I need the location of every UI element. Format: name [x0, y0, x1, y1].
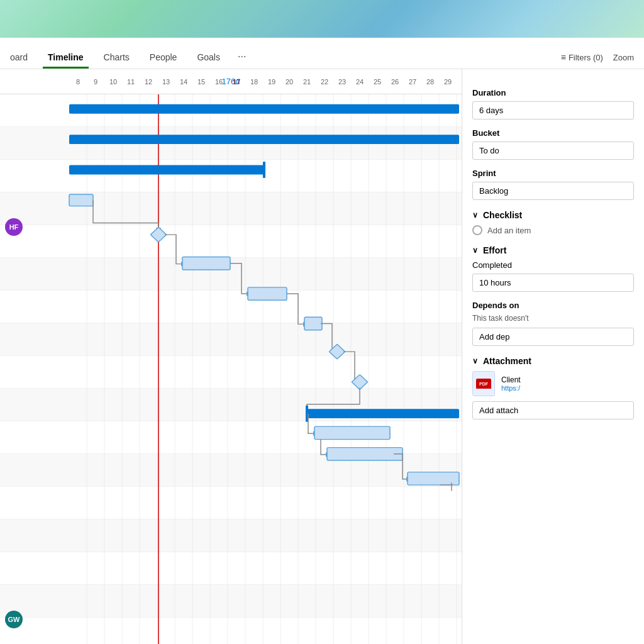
day-26: 26: [386, 78, 404, 86]
tab-people[interactable]: People: [140, 47, 187, 69]
navigation-bar: oard Timeline Charts People Goals ··· ≡ …: [0, 38, 644, 69]
completed-field-label: Completed: [472, 260, 634, 270]
attachments-section-header[interactable]: ∨ Attachment: [472, 356, 634, 366]
filters-button[interactable]: ≡ Filters (0): [561, 52, 603, 62]
gantt-row-12: [0, 454, 462, 487]
bucket-field-label: Bucket: [472, 128, 634, 138]
checklist-section-header[interactable]: ∨ Checklist: [472, 210, 634, 220]
main-area: 176d 8 9 10 11 12 13 14 15 16 17 18 19 2…: [0, 69, 644, 644]
checklist-chevron-icon: ∨: [472, 211, 478, 219]
day-21: 21: [298, 78, 316, 86]
bucket-field-value[interactable]: To do: [472, 142, 634, 160]
duration-field-label: Duration: [472, 88, 634, 97]
attachment-info: Client https:/: [501, 375, 521, 392]
attachment-name: Client: [501, 375, 521, 384]
timeline-header: 176d 8 9 10 11 12 13 14 15 16 17 18 19 2…: [0, 69, 462, 94]
gantt-row-16: [0, 585, 462, 618]
day-9: 9: [87, 78, 104, 86]
day-11: 11: [122, 78, 140, 86]
nav-right-actions: ≡ Filters (0) Zoom: [551, 52, 644, 69]
gantt-row-5: [0, 225, 462, 258]
day-22: 22: [316, 78, 333, 86]
gantt-area: 176d 8 9 10 11 12 13 14 15 16 17 18 19 2…: [0, 69, 462, 644]
gantt-row-4: [0, 192, 462, 225]
add-attachment-button[interactable]: Add attach: [472, 401, 634, 419]
day-12: 12: [140, 78, 157, 86]
attachment-item: PDF Client https:/: [472, 371, 634, 396]
day-23: 23: [333, 78, 351, 86]
gantt-row-2: [0, 127, 462, 160]
day-27: 27: [404, 78, 421, 86]
gantt-row-14: [0, 519, 462, 552]
day-30: 30: [457, 78, 462, 86]
add-dependency-button[interactable]: Add dep: [472, 328, 634, 346]
depends-on-label: Depends on: [472, 301, 634, 310]
effort-chevron-icon: ∨: [472, 246, 478, 255]
checklist-add-label: Add an item: [487, 226, 531, 235]
day-24: 24: [351, 78, 369, 86]
header-background: [0, 0, 644, 38]
day-15: 15: [192, 78, 210, 86]
filter-icon: ≡: [561, 52, 566, 62]
day-18: 18: [245, 78, 263, 86]
gantt-row-10: [0, 389, 462, 421]
day-14: 14: [175, 78, 192, 86]
day-10: 10: [104, 78, 122, 86]
duration-label: 176d: [222, 77, 240, 86]
right-panel: Duration 6 days Bucket To do Sprint Back…: [462, 69, 644, 644]
day-25: 25: [369, 78, 386, 86]
tab-goals[interactable]: Goals: [187, 47, 230, 69]
day-19: 19: [263, 78, 280, 86]
gantt-grid: HF GW: [0, 94, 462, 644]
gantt-row-7: [0, 291, 462, 323]
sprint-field-value[interactable]: Backlog: [472, 182, 634, 200]
duration-field-value[interactable]: 6 days: [472, 101, 634, 119]
day-20: 20: [280, 78, 298, 86]
day-28: 28: [421, 78, 439, 86]
effort-section-header[interactable]: ∨ Effort: [472, 245, 634, 255]
tab-board[interactable]: oard: [0, 47, 38, 69]
pdf-icon: PDF: [472, 371, 495, 396]
day-13: 13: [157, 78, 175, 86]
gantt-row-13: [0, 487, 462, 519]
gantt-row-3: [0, 160, 462, 192]
gantt-row-6: [0, 258, 462, 291]
gantt-row-11: [0, 421, 462, 454]
gantt-row-9: [0, 356, 462, 389]
pdf-badge: PDF: [476, 379, 491, 389]
gantt-row-8: [0, 323, 462, 356]
avatar-gw: GW: [5, 611, 23, 628]
depends-on-desc: This task doesn't: [472, 314, 634, 323]
gantt-row-15: [0, 552, 462, 585]
zoom-button[interactable]: Zoom: [613, 53, 634, 62]
gantt-row-1: [0, 94, 462, 127]
sprint-field-label: Sprint: [472, 169, 634, 178]
tab-charts[interactable]: Charts: [94, 47, 140, 69]
avatar-hf: HF: [5, 218, 23, 236]
gantt-row-17: [0, 618, 462, 644]
checklist-circle-icon: [472, 225, 482, 235]
attachments-chevron-icon: ∨: [472, 357, 478, 365]
tab-timeline[interactable]: Timeline: [38, 47, 94, 69]
completed-field-value[interactable]: 10 hours: [472, 274, 634, 292]
tab-more[interactable]: ···: [230, 46, 253, 69]
day-8: 8: [69, 78, 87, 86]
checklist-add-row[interactable]: Add an item: [472, 225, 634, 235]
attachment-url[interactable]: https:/: [501, 384, 521, 392]
day-29: 29: [439, 78, 457, 86]
